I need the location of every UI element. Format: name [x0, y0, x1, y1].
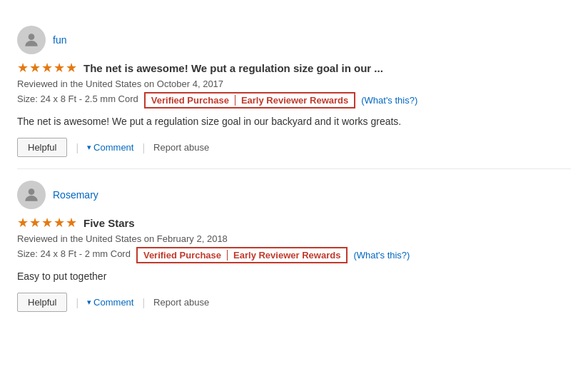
review-body: Easy to put together: [17, 269, 571, 284]
star-rating: ★★★★★: [17, 215, 78, 231]
review-date: Reviewed in the United States on October…: [17, 79, 571, 89]
comment-label: Comment: [93, 142, 133, 153]
svg-point-1: [29, 188, 35, 195]
review-date: Reviewed in the United States on Februar…: [17, 233, 571, 244]
separator-2: |: [142, 142, 145, 153]
early-reviewer-badge: Early Reviewer Rewards: [228, 248, 346, 262]
comment-label: Comment: [93, 297, 133, 308]
svg-point-0: [29, 34, 35, 40]
badge-box: Verified Purchase Early Reviewer Rewards: [136, 247, 348, 263]
comment-link[interactable]: ▾ Comment: [87, 297, 133, 308]
chevron-down-icon: ▾: [87, 298, 91, 307]
early-reviewer-badge: Early Reviewer Rewards: [235, 94, 354, 107]
avatar: [17, 26, 46, 54]
review-2: Rosemary ★★★★★ Five Stars Reviewed in th…: [17, 169, 571, 323]
badge-box: Verified Purchase Early Reviewer Rewards: [144, 92, 355, 108]
reviewer-row: fun: [17, 26, 571, 54]
size-info: Size: 24 x 8 Ft - 2 mm Cord: [17, 248, 131, 259]
star-rating: ★★★★★: [17, 60, 78, 76]
report-abuse-link[interactable]: Report abuse: [153, 297, 209, 308]
chevron-down-icon: ▾: [87, 143, 91, 152]
whats-this-link[interactable]: (What's this?): [361, 95, 417, 106]
review-title: Five Stars: [83, 217, 135, 229]
avatar: [17, 181, 46, 209]
separator-1: |: [76, 142, 78, 153]
badges-row: Size: 24 x 8 Ft - 2.5 mm Cord Verified P…: [17, 92, 571, 108]
reviewer-row: Rosemary: [17, 181, 571, 209]
review-body: The net is awesome! We put a regulation …: [17, 114, 571, 129]
reviewer-name[interactable]: fun: [53, 34, 66, 46]
review-1: fun ★★★★★ The net is awesome! We put a r…: [17, 14, 571, 169]
comment-link[interactable]: ▾ Comment: [87, 142, 133, 153]
separator-1: |: [76, 297, 78, 308]
verified-purchase-badge: Verified Purchase: [138, 248, 227, 262]
actions-row: Helpful | ▾ Comment | Report abuse: [17, 138, 571, 157]
review-title: The net is awesome! We put a regulation …: [83, 62, 383, 74]
badges-row: Size: 24 x 8 Ft - 2 mm Cord Verified Pur…: [17, 247, 571, 263]
whats-this-link[interactable]: (What's this?): [353, 250, 410, 261]
actions-row: Helpful | ▾ Comment | Report abuse: [17, 293, 571, 312]
helpful-button[interactable]: Helpful: [17, 293, 67, 312]
stars-title-row: ★★★★★ Five Stars: [17, 215, 571, 231]
stars-title-row: ★★★★★ The net is awesome! We put a regul…: [17, 60, 571, 76]
reviewer-name[interactable]: Rosemary: [53, 189, 98, 201]
size-info: Size: 24 x 8 Ft - 2.5 mm Cord: [17, 94, 138, 104]
helpful-button[interactable]: Helpful: [17, 138, 67, 157]
separator-2: |: [142, 297, 145, 308]
verified-purchase-badge: Verified Purchase: [146, 94, 235, 107]
report-abuse-link[interactable]: Report abuse: [153, 142, 209, 153]
